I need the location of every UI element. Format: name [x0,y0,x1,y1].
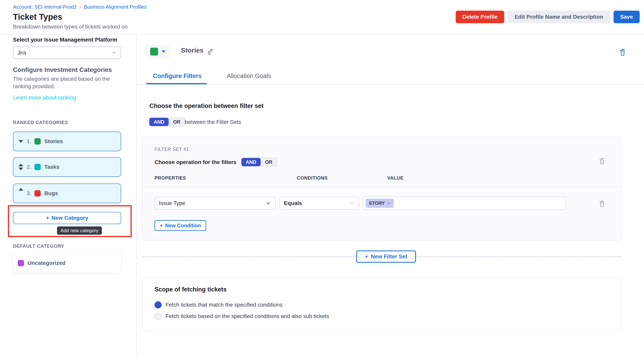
new-filter-set-button[interactable]: + New Filter Set [356,251,416,263]
category-color-swatch [34,138,41,144]
scope-panel: Scope of fetching tickets Fetch tickets … [142,277,621,331]
pencil-icon [206,47,215,55]
property-select[interactable]: Issue Type [154,197,276,210]
scope-option-match[interactable]: Fetch tickets that match the specified c… [154,301,282,308]
and-toggle[interactable]: AND [150,118,169,126]
category-rank: 1. [27,138,31,144]
condition-select-value: Equals [284,200,302,206]
remove-tag-icon[interactable]: × [388,200,390,206]
divider [137,84,644,85]
caret-down-icon [162,50,166,53]
filter-set-label: FILTER SET #1 [154,146,189,152]
category-card-tasks[interactable]: 2. Tasks [13,157,121,177]
new-condition-button[interactable]: + New Condition [154,220,206,231]
chevron-down-icon [111,50,117,56]
or-toggle[interactable]: OR [261,158,277,166]
filter-set-operation-toggle[interactable]: AND OR [149,117,185,126]
plus-icon: + [160,223,163,229]
tab-configure-filters[interactable]: Configure Filters [153,72,202,80]
or-toggle[interactable]: OR [169,118,185,126]
sidebar: Select your Issue Management Platform Ji… [0,35,137,358]
scope-option-label: Fetch tickets that match the specified c… [166,302,282,308]
trash-icon [618,48,627,57]
page-title: Ticket Types [13,12,62,22]
breadcrumb-profiles-link[interactable]: Business Alignment Profiles [84,4,147,10]
category-name: Uncategorized [28,260,66,266]
category-card-stories[interactable]: 1. Stories [13,131,121,151]
scope-option-label: Fetch tickets based on the specified con… [166,313,329,319]
filters-operation-toggle[interactable]: AND OR [241,157,277,166]
category-rank: 2. [27,164,31,170]
add-new-category-tooltip: Add new category [57,227,102,235]
column-header-properties: PROPERTIES [154,175,186,181]
column-header-conditions: CONDITIONS [297,175,328,181]
header-actions: Delete Profile Edit Profile Name and Des… [456,11,640,23]
breadcrumb-account-link[interactable]: Account: SEI-Internal-Prod2 [13,4,77,10]
categories-section-title: Configure Investment Categories [13,66,112,73]
category-color-dropdown[interactable] [146,45,170,59]
new-category-button[interactable]: + New Category [13,212,121,224]
breadcrumb-separator-icon: › [80,4,81,10]
value-input[interactable]: STORY × [363,197,566,210]
chevron-down-icon [266,200,271,206]
scope-heading: Scope of fetching tickets [154,286,227,293]
plus-icon: + [46,215,49,221]
edit-category-name-button[interactable] [206,47,215,55]
learn-more-link[interactable]: Learn more about ranking [13,95,76,101]
category-color-swatch [18,260,24,266]
ranked-categories-label: RANKED CATEGORIES [13,120,68,125]
category-color-swatch [34,164,41,170]
default-category-label: DEFAULT CATEGORY [13,243,64,249]
delete-profile-button[interactable]: Delete Profile [456,11,504,23]
move-up-icon[interactable] [18,188,24,191]
categories-section-description: The categories are placed based on the r… [13,75,114,90]
category-color-swatch [34,190,41,197]
and-toggle[interactable]: AND [242,158,261,166]
tab-allocation-goals[interactable]: Allocation Goals [227,72,271,80]
selected-color-swatch [150,48,158,56]
move-down-icon[interactable] [18,140,24,143]
operation-caption: between the Filter Sets [185,119,241,125]
operation-heading: Choose the operation between filter set [150,102,264,109]
category-rank: 3. [27,190,31,197]
trash-icon [598,157,606,165]
platform-label: Select your Issue Management Platform [13,37,117,43]
save-button[interactable]: Save [614,11,640,23]
column-header-value: VALUE [387,175,404,181]
plus-icon: + [365,253,368,260]
category-name: Tasks [44,164,59,170]
chevron-down-icon [349,201,355,206]
delete-filter-set-button[interactable] [598,157,606,165]
edit-profile-button[interactable]: Edit Profile Name and Description [508,11,610,23]
category-name: Stories [44,138,63,144]
page-subtitle: Breakdown between types of tickets worke… [13,24,128,30]
default-category-card: Uncategorized [13,253,121,273]
radio-selected-icon[interactable] [154,301,162,308]
filters-operation-label: Choose operation for the filters [154,159,236,165]
delete-condition-button[interactable] [598,199,606,208]
category-card-bugs[interactable]: 3. Bugs [13,184,121,203]
platform-select-value: Jira [17,50,26,56]
radio-unselected-icon[interactable] [154,313,162,320]
selected-category-title: Stories [181,47,204,54]
move-up-down-icon[interactable] [18,164,24,170]
condition-select[interactable]: Equals [280,197,359,210]
ticket-types-page: Account: SEI-Internal-Prod2›Business Ali… [0,0,644,358]
delete-category-button[interactable] [618,48,627,57]
divider [143,187,621,187]
property-select-value: Issue Type [159,200,186,206]
category-name: Bugs [44,190,58,197]
main-content: Stories Configure Filters Allocation Goa… [137,35,644,358]
filter-set-panel: FILTER SET #1 Choose operation for the f… [142,137,621,240]
value-tag-story: STORY × [366,199,394,208]
scope-option-sub-tickets[interactable]: Fetch tickets based on the specified con… [154,313,329,320]
platform-select[interactable]: Jira [13,47,121,59]
page-header: Account: SEI-Internal-Prod2›Business Ali… [0,0,644,35]
breadcrumb: Account: SEI-Internal-Prod2›Business Ali… [13,4,147,10]
trash-icon [598,199,606,208]
